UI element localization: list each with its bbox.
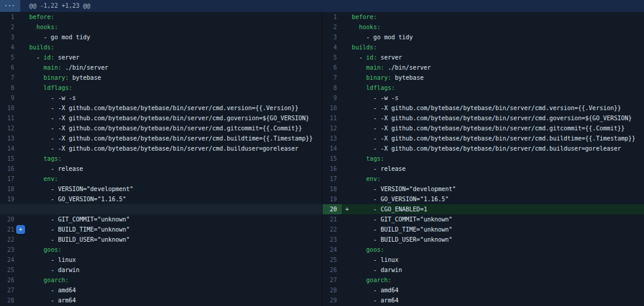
diff-marker xyxy=(342,285,352,295)
expand-hunk-button[interactable]: ••• xyxy=(0,0,20,12)
yaml-key-token: goos: xyxy=(44,246,61,253)
plain-token xyxy=(29,85,44,91)
line-number[interactable]: 16 xyxy=(323,164,342,174)
line-number[interactable]: 9 xyxy=(323,93,342,103)
empty-line-placeholder xyxy=(0,204,322,214)
yaml-key-token: env: xyxy=(366,176,380,182)
diff-marker xyxy=(342,52,352,63)
line-number[interactable]: 3 xyxy=(323,32,342,42)
line-number[interactable]: 2 xyxy=(0,22,19,32)
plain-token: - xyxy=(29,54,44,61)
line-number[interactable]: 10 xyxy=(323,103,342,113)
code-line: main: ./bin/server xyxy=(352,63,644,73)
plain-token: - -X github.com/bytebase/bytebase/bin/se… xyxy=(29,135,313,142)
line-number[interactable]: 4 xyxy=(323,42,342,52)
line-number[interactable]: 7 xyxy=(323,73,342,83)
line-row: 17 env: xyxy=(0,174,322,184)
code-line: - darwin xyxy=(29,265,322,275)
yaml-key-token: ldflags: xyxy=(366,85,395,91)
plain-token: ./bin/server xyxy=(384,64,431,71)
line-number[interactable]: 18 xyxy=(323,184,342,194)
line-number[interactable]: 26 xyxy=(323,265,342,275)
line-number[interactable]: 18 xyxy=(0,184,19,194)
line-number[interactable]: 11 xyxy=(0,113,19,123)
line-number[interactable]: 26 xyxy=(0,275,19,285)
line-number[interactable]: 4 xyxy=(0,42,19,52)
line-number[interactable]: 6 xyxy=(323,63,342,73)
plain-token: - -X github.com/bytebase/bytebase/bin/se… xyxy=(352,105,621,111)
line-row: 3 - go mod tidy xyxy=(0,32,322,42)
line-number[interactable]: 8 xyxy=(323,83,342,93)
line-number[interactable]: 27 xyxy=(323,275,342,285)
diff-marker xyxy=(342,184,352,194)
line-row: 15 tags: xyxy=(0,154,322,164)
line-row: 4 builds: xyxy=(0,42,322,52)
code-line: - amd64 xyxy=(29,285,322,295)
line-number[interactable]: 14 xyxy=(0,143,19,154)
line-number[interactable]: 9 xyxy=(0,93,19,103)
line-number[interactable]: 28 xyxy=(323,285,342,295)
line-number[interactable]: 7 xyxy=(0,73,19,83)
line-number[interactable]: 11 xyxy=(323,113,342,123)
hunk-header: ••• @@ -1,22 +1,23 @@ xyxy=(0,0,644,12)
line-number[interactable]: 20 xyxy=(0,214,19,224)
plain-token xyxy=(29,64,44,71)
line-number[interactable]: 21 xyxy=(323,214,342,224)
line-number[interactable]: 15 xyxy=(0,154,19,164)
line-number[interactable]: 27 xyxy=(0,285,19,295)
line-number[interactable]: 5 xyxy=(0,52,19,63)
yaml-key-token: goos: xyxy=(366,246,384,253)
line-number[interactable]: 15 xyxy=(323,154,342,164)
line-number[interactable]: 25 xyxy=(323,255,342,265)
line-row: 12 - -X github.com/bytebase/bytebase/bin… xyxy=(323,123,644,133)
line-number[interactable]: 17 xyxy=(323,174,342,184)
add-comment-button[interactable]: + xyxy=(16,225,25,234)
code-line: ldflags: xyxy=(29,83,322,93)
line-number[interactable]: 20 xyxy=(323,204,342,214)
plain-token xyxy=(29,176,44,182)
line-number[interactable]: 22 xyxy=(323,224,342,235)
yaml-key-token: tags: xyxy=(366,155,384,162)
line-number[interactable]: 23 xyxy=(0,245,19,255)
line-row: 9 - -w -s xyxy=(0,93,322,103)
line-number[interactable]: 19 xyxy=(323,194,342,204)
line-number[interactable]: 13 xyxy=(0,133,19,143)
line-number[interactable]: 2 xyxy=(323,22,342,32)
line-number[interactable]: 6 xyxy=(0,63,19,73)
code-line: main: ./bin/server xyxy=(29,63,322,73)
line-number[interactable]: 1 xyxy=(323,12,342,22)
yaml-key-token: hooks: xyxy=(36,24,58,30)
line-number[interactable]: 16 xyxy=(0,164,19,174)
plain-token xyxy=(29,277,44,283)
line-number[interactable]: 19 xyxy=(0,194,19,204)
line-number[interactable]: 12 xyxy=(0,123,19,133)
line-number[interactable]: 10 xyxy=(0,103,19,113)
line-number[interactable]: 22 xyxy=(0,235,19,245)
yaml-key-token: ldflags: xyxy=(44,85,72,91)
line-number[interactable]: 14 xyxy=(323,143,342,154)
line-number[interactable]: 29 xyxy=(323,295,342,305)
line-number[interactable]: 28 xyxy=(0,295,19,305)
line-number[interactable]: 24 xyxy=(0,255,19,265)
line-number[interactable]: 23 xyxy=(323,235,342,245)
code-line: - -X github.com/bytebase/bytebase/bin/se… xyxy=(352,113,644,123)
line-number[interactable]: 3 xyxy=(0,32,19,42)
code-line: - arm64 xyxy=(352,295,644,305)
diff-marker xyxy=(19,184,29,194)
diff-marker xyxy=(342,275,352,285)
line-number[interactable]: 8 xyxy=(0,83,19,93)
code-line: env: xyxy=(352,174,644,184)
plain-token: - release xyxy=(352,166,405,172)
line-number[interactable]: 12 xyxy=(323,123,342,133)
line-number[interactable]: 24 xyxy=(323,245,342,255)
line-number[interactable]: 5 xyxy=(323,52,342,63)
line-row: 10 - -X github.com/bytebase/bytebase/bin… xyxy=(0,103,322,113)
line-number[interactable]: 25 xyxy=(0,265,19,275)
code-line: - arm64 xyxy=(29,295,322,305)
line-number[interactable]: 13 xyxy=(323,133,342,143)
line-number[interactable]: 1 xyxy=(0,12,19,22)
yaml-key-token: before: xyxy=(29,14,54,20)
line-number[interactable]: 17 xyxy=(0,174,19,184)
line-row: 3 - go mod tidy xyxy=(323,32,644,42)
plain-token xyxy=(29,246,44,253)
